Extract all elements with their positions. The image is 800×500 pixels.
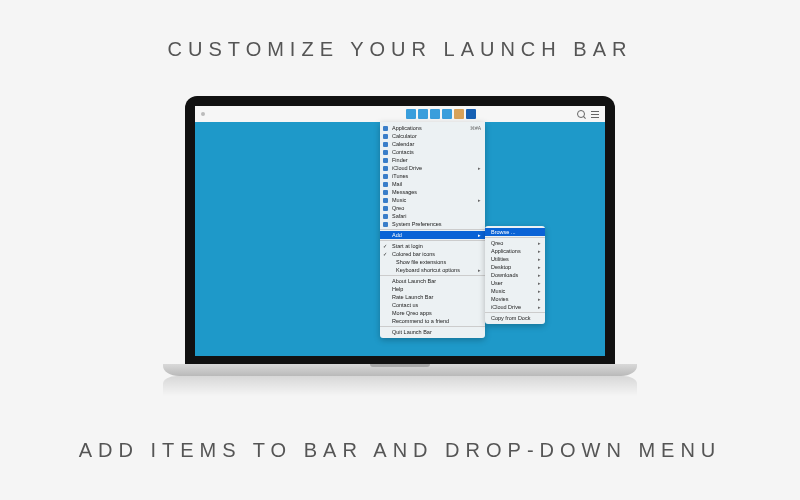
chevron-right-icon: ▸ [478,267,481,274]
menu-label: Browse ... [491,229,515,235]
submenu-item[interactable]: User▸ [485,279,545,287]
menu-label: Finder [392,157,408,164]
screen-bezel: Applications⌘#ACalculatorCalendarContact… [185,96,615,364]
headline-top: CUSTOMIZE YOUR LAUNCH BAR [0,38,800,61]
submenu-item[interactable]: iCloud Drive▸ [485,303,545,311]
menu-item[interactable]: Keyboard shortcut options▸ [380,266,485,274]
menu-item[interactable]: About Launch Bar [380,277,485,285]
menu-item[interactable]: Contacts [380,148,485,156]
menu-label: Help [392,286,403,293]
menubar-right [577,110,599,118]
menu-label: Music [392,197,406,204]
launch-bar-dropdown: Applications⌘#ACalculatorCalendarContact… [380,122,485,338]
chevron-right-icon: ▸ [538,264,541,271]
menu-label: Start at login [392,243,423,250]
app-icon [383,126,388,131]
submenu-item[interactable]: Qreo▸ [485,239,545,247]
folder-icon[interactable] [442,109,452,119]
menu-item[interactable]: Contact us [380,301,485,309]
menu-item-add[interactable]: Add ▸ [380,231,485,239]
menu-label: Qreo [491,240,503,246]
chevron-right-icon: ▸ [478,165,481,172]
menu-label: Contacts [392,149,414,156]
list-icon[interactable] [591,111,599,118]
menu-label: Rate Launch Bar [392,294,433,301]
menu-item[interactable]: iTunes [380,172,485,180]
submenu-item[interactable]: Downloads▸ [485,271,545,279]
menu-item[interactable]: More Qreo apps [380,309,485,317]
laptop-mockup: Applications⌘#ACalculatorCalendarContact… [185,96,615,396]
submenu-item[interactable]: Music▸ [485,287,545,295]
menu-item[interactable]: System Preferences [380,220,485,228]
check-icon: ✓ [383,243,387,250]
app-icon [383,134,388,139]
menu-item[interactable]: iCloud Drive▸ [380,164,485,172]
chevron-right-icon: ▸ [538,240,541,247]
menu-item[interactable]: Qreo [380,204,485,212]
folder-icon[interactable] [430,109,440,119]
menu-label: Movies [491,296,508,302]
submenu-item[interactable]: Utilities▸ [485,255,545,263]
menu-item[interactable]: Mail [380,180,485,188]
search-icon[interactable] [577,110,585,118]
app-icon[interactable] [466,109,476,119]
menu-label: Calendar [392,141,414,148]
cloud-icon[interactable] [406,109,416,119]
menu-item[interactable]: ✓Colored bar icons [380,250,485,258]
menu-item[interactable]: Recommend to a friend [380,317,485,325]
app-icon [383,174,388,179]
menubar-left [201,112,205,116]
desktop-screen: Applications⌘#ACalculatorCalendarContact… [195,106,605,356]
menu-label: System Preferences [392,221,442,228]
app-icon [383,206,388,211]
menu-label: Keyboard shortcut options [392,267,460,274]
home-icon[interactable] [454,109,464,119]
submenu-item[interactable]: Copy from Dock [485,314,545,322]
submenu-item[interactable]: Desktop▸ [485,263,545,271]
app-icon [383,214,388,219]
menu-label: Applications [392,125,422,132]
apple-menu-icon[interactable] [201,112,205,116]
menu-label: More Qreo apps [392,310,432,317]
submenu-item-browse[interactable]: Browse ... [485,228,545,236]
menubar [195,106,605,122]
menu-item[interactable]: Rate Launch Bar [380,293,485,301]
chevron-right-icon: ▸ [538,280,541,287]
menu-item[interactable]: Calendar [380,140,485,148]
menu-label: iCloud Drive [491,304,521,310]
menu-label: Copy from Dock [491,315,530,321]
menu-label: Utilities [491,256,509,262]
menu-label: Qreo [392,205,404,212]
chevron-right-icon: ▸ [538,272,541,279]
separator [485,237,545,238]
submenu-item[interactable]: Applications▸ [485,247,545,255]
app-icon [383,142,388,147]
separator [380,326,485,327]
chevron-right-icon: ▸ [538,256,541,263]
menu-item[interactable]: Calculator [380,132,485,140]
chevron-right-icon: ▸ [538,288,541,295]
app-icon [383,190,388,195]
dropdown-about-section: About Launch BarHelpRate Launch BarConta… [380,277,485,325]
menu-item[interactable]: Finder [380,156,485,164]
menu-label: Add [392,232,402,239]
menu-item-quit[interactable]: Quit Launch Bar [380,328,485,336]
menu-label: Desktop [491,264,511,270]
chevron-right-icon: ▸ [538,296,541,303]
separator [380,275,485,276]
menu-label: Colored bar icons [392,251,435,258]
dropdown-apps-section: Applications⌘#ACalculatorCalendarContact… [380,124,485,228]
menu-item[interactable]: Messages [380,188,485,196]
menu-item[interactable]: Safari [380,212,485,220]
menu-item[interactable]: Help [380,285,485,293]
app-icon [383,158,388,163]
menu-item[interactable]: ✓Start at login [380,242,485,250]
menu-label: Safari [392,213,406,220]
submenu-item[interactable]: Movies▸ [485,295,545,303]
menu-item[interactable]: Applications⌘#A [380,124,485,132]
menu-item[interactable]: Music▸ [380,196,485,204]
laptop-reflection [163,376,637,396]
folder-icon[interactable] [418,109,428,119]
menu-item[interactable]: Show file extensions [380,258,485,266]
add-submenu: Browse ... Qreo▸Applications▸Utilities▸D… [485,226,545,324]
